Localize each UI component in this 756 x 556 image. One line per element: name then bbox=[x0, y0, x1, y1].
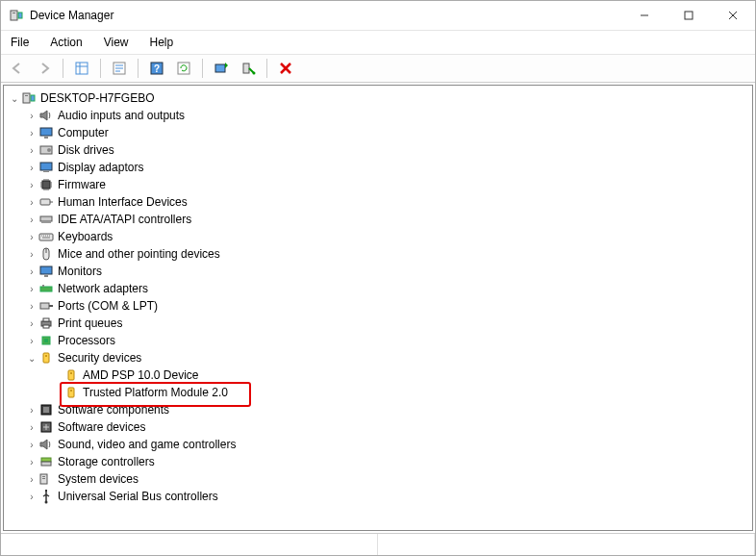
tree-item-label: Security devices bbox=[58, 351, 141, 365]
chevron-right-icon[interactable]: › bbox=[25, 440, 38, 450]
menubar: File Action View Help bbox=[1, 31, 755, 55]
svg-rect-40 bbox=[178, 63, 189, 74]
tree-item[interactable]: ›Monitors bbox=[6, 263, 750, 280]
tree-item[interactable]: ›System devices bbox=[6, 470, 750, 488]
toolbar: ? bbox=[1, 55, 755, 83]
speaker-icon bbox=[38, 108, 54, 123]
menu-view[interactable]: View bbox=[100, 34, 133, 51]
chevron-right-icon[interactable]: › bbox=[25, 266, 38, 277]
security-icon bbox=[63, 367, 79, 383]
chevron-right-icon[interactable]: › bbox=[25, 284, 38, 294]
tree-item-label: System devices bbox=[58, 472, 139, 486]
tree-item-label: AMD PSP 10.0 Device bbox=[83, 368, 199, 382]
app-icon bbox=[9, 8, 24, 23]
hid-icon bbox=[38, 194, 54, 210]
refresh-button[interactable] bbox=[173, 58, 194, 79]
properties-button[interactable] bbox=[109, 58, 130, 79]
tree-item-label: Human Interface Devices bbox=[58, 195, 188, 209]
printer-icon bbox=[38, 316, 54, 331]
chevron-down-icon[interactable]: ⌄ bbox=[8, 93, 21, 104]
tree-item-label: Network adapters bbox=[58, 282, 148, 295]
tree-item[interactable]: ›Universal Serial Bus controllers bbox=[6, 488, 750, 505]
back-button[interactable] bbox=[7, 58, 28, 79]
help-button[interactable]: ? bbox=[146, 58, 167, 79]
close-button[interactable] bbox=[711, 1, 755, 30]
uninstall-button[interactable] bbox=[238, 58, 259, 79]
chevron-right-icon[interactable]: › bbox=[25, 163, 38, 173]
chevron-right-icon[interactable]: › bbox=[25, 457, 38, 468]
device-manager-window: Device Manager File Action View Help ? bbox=[0, 0, 756, 556]
minimize-button[interactable] bbox=[622, 1, 667, 30]
show-hidden-button[interactable] bbox=[71, 58, 92, 79]
tree-item[interactable]: ›Ports (COM & LPT) bbox=[6, 297, 750, 315]
tree-item[interactable]: ›Mice and other pointing devices bbox=[6, 245, 750, 263]
tree-item-label: Monitors bbox=[58, 265, 102, 278]
tree-item[interactable]: ›Computer bbox=[6, 124, 750, 141]
display-icon bbox=[38, 160, 54, 175]
softcomp-icon bbox=[38, 402, 54, 417]
tree-item-label: Mice and other pointing devices bbox=[58, 247, 220, 261]
tree-item[interactable]: ›Display adaptors bbox=[6, 159, 750, 176]
tree-item-label: Ports (COM & LPT) bbox=[58, 299, 158, 313]
tree-item-label: Sound, video and game controllers bbox=[58, 438, 236, 451]
tree-item[interactable]: ›Human Interface Devices bbox=[6, 193, 750, 211]
statusbar bbox=[1, 533, 755, 555]
tree-item-label: Print queues bbox=[58, 316, 122, 330]
storage-icon bbox=[38, 454, 54, 469]
chevron-right-icon[interactable]: › bbox=[25, 301, 38, 312]
tree-item[interactable]: ›Disk drives bbox=[6, 141, 750, 159]
tree-item[interactable]: ›Storage controllers bbox=[6, 453, 750, 470]
chevron-right-icon[interactable]: › bbox=[25, 180, 38, 190]
tree-item-label: Display adaptors bbox=[58, 161, 143, 174]
tree-item-label: Trusted Platform Module 2.0 bbox=[83, 386, 228, 399]
titlebar[interactable]: Device Manager bbox=[1, 1, 755, 31]
chevron-right-icon[interactable]: › bbox=[25, 145, 38, 156]
tree-item-label: Keyboards bbox=[58, 230, 113, 243]
chevron-right-icon[interactable]: › bbox=[25, 197, 38, 208]
menu-action[interactable]: Action bbox=[46, 34, 86, 51]
chevron-right-icon[interactable]: › bbox=[25, 249, 38, 260]
tree-item-label: Processors bbox=[58, 334, 115, 347]
tree-root[interactable]: ⌄ DESKTOP-H7FGEBO bbox=[6, 89, 750, 107]
chevron-right-icon[interactable]: › bbox=[25, 336, 38, 346]
chevron-right-icon[interactable]: › bbox=[25, 492, 38, 502]
tree-item[interactable]: Trusted Platform Module 2.0 bbox=[6, 384, 750, 401]
tree-item[interactable]: ›Software components bbox=[6, 401, 750, 418]
tree-item[interactable]: ›Processors bbox=[6, 332, 750, 349]
chevron-down-icon[interactable]: ⌄ bbox=[25, 353, 38, 364]
forward-button[interactable] bbox=[34, 58, 55, 79]
chevron-right-icon[interactable]: › bbox=[25, 422, 38, 433]
menu-help[interactable]: Help bbox=[146, 34, 178, 51]
chevron-right-icon[interactable]: › bbox=[25, 405, 38, 416]
tree-panel[interactable]: ⌄ DESKTOP-H7FGEBO ›Audio inputs and outp… bbox=[3, 85, 753, 531]
net-icon bbox=[38, 281, 54, 296]
svg-rect-35 bbox=[685, 12, 693, 19]
svg-text:?: ? bbox=[154, 63, 160, 74]
chevron-right-icon[interactable]: › bbox=[25, 232, 38, 242]
chevron-right-icon[interactable]: › bbox=[25, 318, 38, 329]
update-driver-button[interactable] bbox=[211, 58, 232, 79]
chevron-right-icon[interactable]: › bbox=[25, 474, 38, 485]
tree-item[interactable]: ›Sound, video and game controllers bbox=[6, 436, 750, 453]
tree-item[interactable]: ›Firmware bbox=[6, 176, 750, 193]
chevron-right-icon[interactable]: › bbox=[25, 128, 38, 139]
tree-item-label: Audio inputs and outputs bbox=[58, 109, 185, 122]
svg-rect-36 bbox=[76, 63, 88, 74]
tree-item[interactable]: ›Software devices bbox=[6, 418, 750, 436]
keyboard-icon bbox=[38, 229, 54, 244]
disable-button[interactable] bbox=[275, 58, 296, 79]
monitor-icon bbox=[38, 264, 54, 279]
tree-item[interactable]: ›Keyboards bbox=[6, 228, 750, 245]
tree-item-label: Universal Serial Bus controllers bbox=[58, 490, 218, 503]
tree-item[interactable]: ›Network adapters bbox=[6, 280, 750, 297]
menu-file[interactable]: File bbox=[7, 34, 33, 51]
chevron-right-icon[interactable]: › bbox=[25, 111, 38, 121]
tree-item[interactable]: ›Print queues bbox=[6, 315, 750, 332]
tree-item[interactable]: ⌄Security devices bbox=[6, 349, 750, 366]
maximize-button[interactable] bbox=[667, 1, 711, 30]
tree-item[interactable]: ›Audio inputs and outputs bbox=[6, 107, 750, 124]
chevron-right-icon[interactable]: › bbox=[25, 215, 38, 225]
disk-icon bbox=[38, 142, 54, 158]
tree-item[interactable]: ›IDE ATA/ATAPI controllers bbox=[6, 211, 750, 228]
tree-item[interactable]: AMD PSP 10.0 Device bbox=[6, 366, 750, 384]
